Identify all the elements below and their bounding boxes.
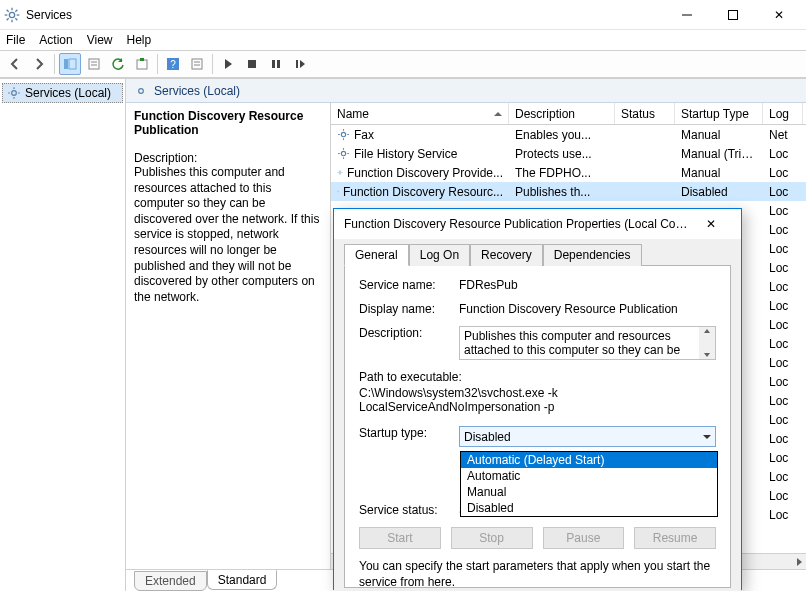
tab-extended[interactable]: Extended [134,571,207,591]
svg-rect-16 [137,60,147,69]
right-header-label: Services (Local) [154,84,240,98]
table-row[interactable]: FaxEnables you...ManualNet [331,125,806,144]
export-button[interactable] [131,53,153,75]
table-row[interactable]: Function Discovery Resourc...Publishes t… [331,182,806,201]
refresh-button[interactable] [107,53,129,75]
stop-button[interactable]: Stop [451,527,533,549]
column-description[interactable]: Description [509,103,615,124]
pause-service-button[interactable] [265,53,287,75]
resume-button[interactable]: Resume [634,527,716,549]
maximize-button[interactable] [710,0,756,30]
menu-view[interactable]: View [87,33,113,47]
svg-rect-25 [296,60,298,68]
option-automatic[interactable]: Automatic [461,468,717,484]
svg-point-37 [341,151,345,155]
menu-help[interactable]: Help [127,33,152,47]
display-name-label: Display name: [359,302,459,316]
chevron-down-icon [703,435,711,443]
gear-icon [337,128,350,141]
svg-rect-22 [248,60,256,68]
start-parameters-hint: You can specify the start parameters tha… [359,559,716,590]
startup-type-combo[interactable]: Disabled [459,426,716,447]
option-manual[interactable]: Manual [461,484,717,500]
back-button[interactable] [4,53,26,75]
dialog-titlebar[interactable]: Function Discovery Resource Publication … [334,209,741,239]
table-row[interactable]: Function Discovery Provide...The FDPHO..… [331,163,806,182]
toolbar: ? [0,50,806,78]
properties-button[interactable] [83,53,105,75]
display-name-value: Function Discovery Resource Publication [459,302,716,316]
svg-rect-19 [192,59,202,69]
path-value: C:\Windows\system32\svchost.exe -k Local… [359,386,716,414]
svg-point-31 [139,88,144,93]
description-text: Publishes this computer and resources at… [134,165,322,305]
tab-standard[interactable]: Standard [207,570,278,590]
forward-button[interactable] [28,53,50,75]
help-button[interactable]: ? [162,53,184,75]
tree-root-label: Services (Local) [25,86,111,100]
column-startup-type[interactable]: Startup Type [675,103,763,124]
tree-pane: Services (Local) [0,79,126,591]
column-name[interactable]: Name [331,103,509,124]
scroll-right-icon [794,557,804,567]
svg-point-26 [12,91,17,96]
svg-rect-24 [277,60,280,68]
option-automatic-delayed[interactable]: Automatic (Delayed Start) [461,452,717,468]
svg-text:?: ? [170,59,176,70]
minimize-button[interactable] [664,0,710,30]
tab-dependencies[interactable]: Dependencies [543,244,642,266]
tab-log-on[interactable]: Log On [409,244,470,266]
tree-root-item[interactable]: Services (Local) [2,83,123,103]
svg-line-5 [7,9,9,11]
selected-service-name: Function Discovery Resource Publication [134,109,322,137]
scroll-up-icon [703,327,711,335]
close-icon: ✕ [706,217,716,231]
gear-icon [134,84,148,98]
titlebar: Services ✕ [0,0,806,30]
startup-type-value: Disabled [464,430,511,444]
close-icon: ✕ [774,8,784,22]
service-status-label: Service status: [359,503,459,517]
tab-recovery[interactable]: Recovery [470,244,543,266]
properties-dialog: Function Discovery Resource Publication … [333,208,742,590]
dialog-description-text: Publishes this computer and resources at… [464,329,680,360]
svg-rect-13 [89,59,99,69]
dialog-description-box[interactable]: Publishes this computer and resources at… [459,326,716,360]
close-button[interactable]: ✕ [756,0,802,30]
gear-icon [337,185,339,198]
start-service-button[interactable] [217,53,239,75]
description-label: Description: [134,151,322,165]
svg-rect-23 [272,60,275,68]
dialog-tabs: General Log On Recovery Dependencies [344,243,731,266]
menu-file[interactable]: File [6,33,25,47]
menu-action[interactable]: Action [39,33,72,47]
stop-service-button[interactable] [241,53,263,75]
service-name-value: FDResPub [459,278,716,292]
svg-line-6 [15,18,17,20]
svg-point-47 [338,191,339,192]
start-button[interactable]: Start [359,527,441,549]
startup-type-dropdown[interactable]: Automatic (Delayed Start) Automatic Manu… [460,451,718,517]
column-log-on-as[interactable]: Log [763,103,803,124]
show-hide-tree-button[interactable] [59,53,81,75]
right-header: Services (Local) [126,79,806,103]
menubar: File Action View Help [0,30,806,50]
svg-rect-11 [64,59,68,69]
table-row[interactable]: File History ServiceProtects use...Manua… [331,144,806,163]
svg-line-8 [15,9,17,11]
tab-panel-general: Service name: FDResPub Display name: Fun… [344,266,731,588]
secondary-properties-button[interactable] [186,53,208,75]
restart-service-button[interactable] [289,53,311,75]
dialog-close-button[interactable]: ✕ [691,209,731,239]
svg-rect-10 [729,10,738,19]
svg-point-42 [339,172,341,174]
services-icon [4,7,20,23]
description-scrollbar[interactable] [699,327,715,359]
option-disabled[interactable]: Disabled [461,500,717,516]
pause-button[interactable]: Pause [543,527,625,549]
scroll-down-icon [703,351,711,359]
tab-general[interactable]: General [344,244,409,266]
column-status[interactable]: Status [615,103,675,124]
startup-type-label: Startup type: [359,426,459,447]
dialog-description-label: Description: [359,326,459,360]
